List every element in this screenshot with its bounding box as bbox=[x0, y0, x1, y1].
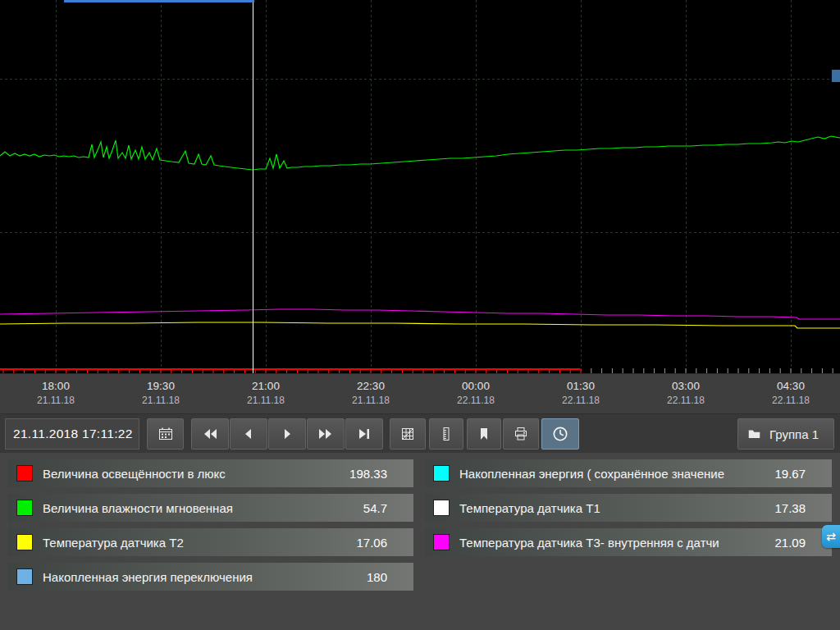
legend-row-temp-t2[interactable]: Температура датчика Т2 17.06 bbox=[8, 528, 413, 556]
series-label: Накопленная энергия ( сохранённое значен… bbox=[459, 467, 724, 481]
series-value: 19.67 bbox=[774, 467, 824, 481]
grid-icon bbox=[399, 426, 416, 442]
series-color-swatch bbox=[16, 534, 33, 550]
fast-forward-button[interactable] bbox=[307, 418, 345, 450]
remote-arrows-icon: ⇄ bbox=[826, 530, 836, 543]
group-label: Группа 1 bbox=[769, 427, 819, 441]
ruler-button[interactable] bbox=[429, 418, 463, 450]
legend-row-energy-saved[interactable]: Накопленная энергия ( сохранённое значен… bbox=[425, 459, 832, 487]
bookmark-icon bbox=[476, 426, 492, 442]
time-axis-label: 04:3022.11.18 bbox=[772, 380, 810, 406]
jump-to-end-button[interactable] bbox=[345, 418, 383, 450]
grid-toggle-button[interactable] bbox=[390, 418, 426, 450]
time-axis: 18:0021.11.1819:3021.11.1821:0021.11.182… bbox=[0, 373, 840, 413]
clock-mode-button[interactable] bbox=[541, 418, 579, 450]
cursor-datetime-display[interactable]: 21.11.2018 17:11:22 bbox=[5, 418, 139, 450]
legend-row-illuminance[interactable]: Величина освещённости в люкс 198.33 bbox=[8, 459, 413, 487]
series-value: 17.06 bbox=[356, 536, 405, 550]
fast-rewind-icon bbox=[202, 426, 218, 442]
series-label: Температура датчика Т2 bbox=[43, 536, 184, 550]
remote-access-tab[interactable]: ⇄ bbox=[822, 525, 840, 548]
series-value: 198.33 bbox=[349, 467, 405, 481]
time-axis-label: 22:3021.11.18 bbox=[352, 380, 390, 406]
step-back-button[interactable] bbox=[230, 418, 267, 450]
legend-column-right: Накопленная энергия ( сохранённое значен… bbox=[425, 459, 832, 563]
series-label: Накопленная энергия переключения bbox=[43, 570, 253, 584]
time-axis-label: 01:3022.11.18 bbox=[562, 380, 600, 406]
legend-row-energy-switch[interactable]: Накопленная энергия переключения 180 bbox=[8, 563, 413, 591]
clock-icon bbox=[551, 425, 569, 443]
time-axis-label: 00:0022.11.18 bbox=[457, 380, 495, 406]
folder-icon bbox=[746, 427, 762, 441]
selection-range-indicator bbox=[64, 0, 254, 2]
series-line bbox=[0, 322, 840, 328]
print-button[interactable] bbox=[503, 418, 539, 450]
series-label: Величина влажности мгновенная bbox=[43, 501, 233, 515]
calendar-button[interactable] bbox=[147, 418, 184, 450]
ruler-icon bbox=[438, 426, 454, 442]
legend-row-humidity[interactable]: Величина влажности мгновенная 54.7 bbox=[8, 494, 413, 522]
series-label: Температура датчика Т3- внутренняя с дат… bbox=[459, 536, 719, 550]
legend-column-left: Величина освещённости в люкс 198.33 Вели… bbox=[8, 459, 413, 597]
chart-area[interactable] bbox=[0, 0, 840, 373]
time-axis-label: 19:3021.11.18 bbox=[142, 380, 180, 406]
series-color-swatch bbox=[433, 534, 450, 550]
series-color-swatch bbox=[433, 500, 450, 516]
toolbar: 21.11.2018 17:11:22 bbox=[0, 413, 840, 453]
legend-row-temp-t1[interactable]: Температура датчика Т1 17.38 bbox=[425, 494, 832, 522]
series-value: 54.7 bbox=[363, 501, 405, 515]
series-color-swatch bbox=[16, 568, 33, 585]
step-forward-button[interactable] bbox=[268, 418, 306, 450]
series-color-swatch bbox=[16, 500, 33, 516]
series-value: 17.38 bbox=[774, 501, 824, 515]
fast-forward-icon bbox=[317, 426, 334, 442]
time-axis-label: 21:0021.11.18 bbox=[247, 380, 285, 406]
step-back-icon bbox=[240, 426, 257, 442]
scroll-marker bbox=[832, 70, 840, 82]
series-label: Температура датчика Т1 bbox=[459, 501, 600, 515]
series-line bbox=[0, 309, 840, 319]
group-select-button[interactable]: Группа 1 bbox=[737, 418, 834, 450]
series-value: 21.09 bbox=[774, 536, 824, 550]
series-value: 180 bbox=[367, 570, 405, 584]
legend-row-temp-t3[interactable]: Температура датчика Т3- внутренняя с дат… bbox=[425, 528, 832, 556]
calendar-icon bbox=[158, 426, 174, 442]
series-color-swatch bbox=[433, 465, 450, 482]
jump-to-end-icon bbox=[356, 426, 372, 442]
bookmark-button[interactable] bbox=[467, 418, 501, 450]
fast-rewind-button[interactable] bbox=[191, 418, 229, 450]
time-axis-label: 18:0021.11.18 bbox=[37, 380, 75, 406]
series-color-swatch bbox=[16, 465, 33, 482]
series-line bbox=[0, 136, 840, 170]
series-label: Величина освещённости в люкс bbox=[43, 467, 226, 481]
time-axis-label: 03:0022.11.18 bbox=[667, 380, 705, 406]
printer-icon bbox=[513, 426, 529, 442]
chart-canvas bbox=[0, 0, 840, 373]
step-forward-icon bbox=[279, 426, 295, 442]
